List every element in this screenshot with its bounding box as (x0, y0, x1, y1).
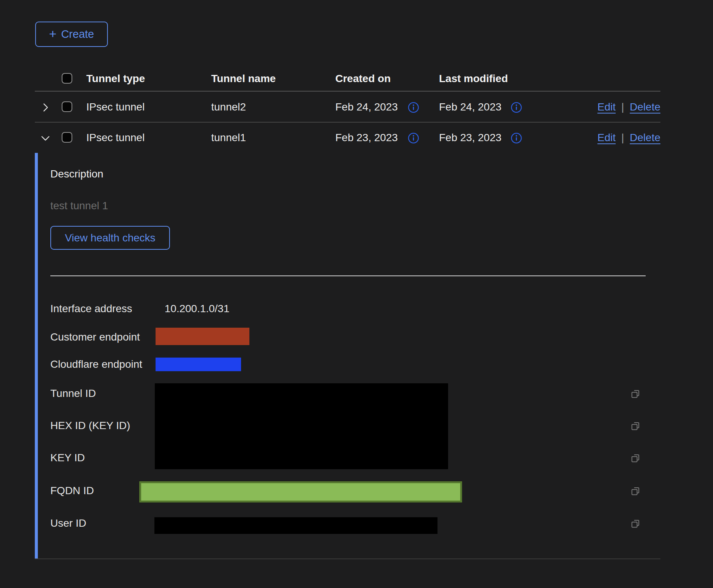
fqdn-id-redaction (139, 481, 462, 502)
view-health-checks-button[interactable]: View health checks (50, 226, 170, 250)
cloudflare-endpoint-label: Cloudflare endpoint (50, 358, 142, 370)
modified-info-icon[interactable] (511, 132, 522, 144)
row-checkbox[interactable] (62, 132, 72, 143)
collapse-row-button[interactable] (39, 132, 51, 144)
create-button-label: Create (61, 28, 94, 40)
chevron-down-icon (39, 140, 51, 145)
expand-row-button[interactable] (39, 101, 51, 114)
tunnel-id-label: Tunnel ID (50, 387, 96, 400)
interface-address-value: 10.200.1.0/31 (165, 303, 229, 315)
row-actions: Edit | Delete (598, 132, 660, 144)
created-info-icon[interactable] (408, 102, 419, 114)
key-id-label: KEY ID (50, 452, 85, 464)
row-actions: Edit | Delete (598, 101, 660, 113)
plus-icon: + (49, 27, 57, 40)
tunnel-name-cell: tunnel1 (211, 132, 246, 144)
user-id-label: User ID (50, 517, 86, 529)
id-group-redaction (155, 383, 448, 469)
tunnels-page: + Create Tunnel type Tunnel name Created… (0, 0, 713, 588)
copy-fqdn-id-button[interactable] (629, 485, 641, 497)
action-separator: | (621, 101, 624, 113)
edit-link[interactable]: Edit (598, 101, 616, 113)
chevron-right-icon (39, 109, 51, 115)
row-divider (35, 122, 660, 123)
customer-endpoint-label: Customer endpoint (50, 331, 140, 343)
tunnel-type-cell: IPsec tunnel (86, 132, 145, 144)
tunnel-type-cell: IPsec tunnel (86, 101, 145, 113)
copy-icon (629, 525, 641, 530)
interface-address-label: Interface address (50, 303, 132, 315)
edit-link[interactable]: Edit (598, 132, 616, 144)
panel-divider (50, 275, 646, 276)
copy-key-id-button[interactable] (629, 452, 641, 464)
copy-icon (629, 459, 641, 465)
delete-link[interactable]: Delete (630, 101, 660, 113)
create-button[interactable]: + Create (35, 22, 108, 47)
hex-id-label: HEX ID (KEY ID) (50, 420, 130, 432)
row-checkbox[interactable] (62, 101, 72, 112)
column-header-tunnel-name: Tunnel name (211, 73, 276, 85)
created-on-cell: Feb 24, 2023 (335, 101, 398, 113)
action-separator: | (621, 132, 624, 144)
cloudflare-endpoint-redaction (156, 358, 241, 371)
copy-icon (629, 395, 641, 401)
description-value: test tunnel 1 (50, 200, 108, 212)
expanded-accent-bar (35, 153, 38, 559)
user-id-redaction (154, 517, 437, 534)
copy-icon (629, 492, 641, 498)
table-bottom-border (35, 558, 660, 559)
tunnel-name-cell: tunnel2 (211, 101, 246, 113)
copy-hex-id-button[interactable] (629, 420, 641, 432)
copy-icon (629, 427, 641, 433)
column-header-last-modified: Last modified (439, 73, 508, 85)
customer-endpoint-redaction (156, 328, 249, 345)
copy-tunnel-id-button[interactable] (629, 387, 641, 400)
last-modified-cell: Feb 24, 2023 (439, 101, 501, 113)
delete-link[interactable]: Delete (630, 132, 660, 144)
column-header-tunnel-type: Tunnel type (86, 73, 145, 85)
last-modified-cell: Feb 23, 2023 (439, 132, 501, 144)
column-header-created-on: Created on (335, 73, 391, 85)
fqdn-id-label: FQDN ID (50, 485, 94, 497)
modified-info-icon[interactable] (511, 102, 522, 114)
select-all-checkbox[interactable] (62, 73, 72, 84)
copy-user-id-button[interactable] (629, 517, 641, 529)
created-info-icon[interactable] (408, 132, 419, 144)
description-label: Description (50, 168, 103, 180)
header-divider (35, 91, 660, 92)
created-on-cell: Feb 23, 2023 (335, 132, 398, 144)
